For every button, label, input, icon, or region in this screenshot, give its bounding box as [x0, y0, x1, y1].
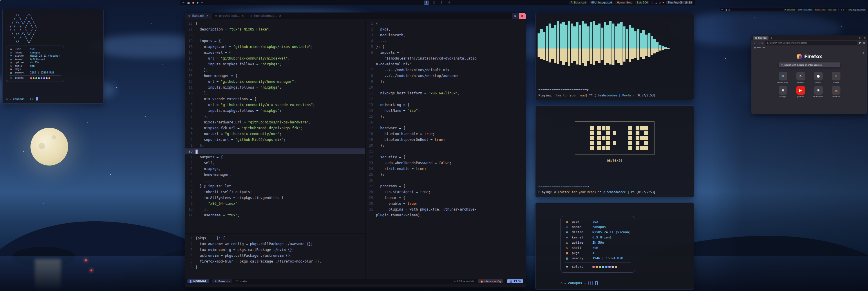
grid-icon[interactable]: ▦ [187, 1, 190, 4]
repo-widget[interactable]: ◉nixos-config [478, 280, 503, 283]
record-icon[interactable]: ⊙ [658, 1, 660, 4]
terminal-visualizer[interactable]: ======================> Playing: ffee fo… [535, 13, 694, 100]
close-icon[interactable]: × [864, 37, 866, 39]
workspace-2[interactable]: 2 [432, 1, 436, 5]
new-tab-button[interactable]: + [770, 37, 773, 39]
editor-tab[interactable]: ❄pkgs/default...× [212, 13, 247, 19]
grid-icon[interactable]: ▦ [725, 9, 727, 11]
extensions-icon[interactable]: ◩ [859, 41, 861, 45]
neovim-window[interactable]: ❄flake.nix×❄pkgs/default...×❄hosts/isoIm… [185, 12, 526, 288]
ascii-art-line: /\ /\ [8, 13, 100, 17]
code-text: hardware = { [376, 125, 405, 131]
code-text: }: { [376, 44, 384, 50]
editor-pane-flake[interactable]: 22{21 description = "tux's NixOS Flake";… [185, 19, 365, 233]
forward-icon[interactable]: → [757, 41, 760, 45]
firefox-icon[interactable]: ◉ [728, 9, 730, 11]
clock-widget[interactable]: Thu Aug 08, 18:18 [666, 1, 693, 4]
status-chip[interactable]: Home: 6ms [814, 9, 827, 11]
status-chip[interactable]: Bat: 100 [828, 9, 837, 11]
viz-column [656, 15, 659, 82]
status-chip[interactable]: Bat: 100 [636, 1, 649, 4]
status-chip[interactable]: P: Balanced [783, 9, 796, 11]
line-number: 16 [366, 119, 376, 125]
shortcut-tile[interactable]: ☁cloudflare [829, 86, 843, 97]
clock-widget[interactable]: Thu Aug 08, 18:18 [848, 9, 866, 11]
status-chip[interactable]: Home: 8ms [615, 1, 633, 4]
code-text: tux-nvim-config = pkgs.callPackage ./nvi… [195, 247, 294, 253]
workspace-1[interactable]: 1 [424, 1, 429, 5]
firefox-window[interactable]: New Tab + –□× ← → ↻ Search with Google o… [751, 35, 867, 114]
info-value: tux [592, 219, 598, 225]
stars-graphic [0, 0, 1, 1]
secondary-top-bar: ≡ ▦◉ P: BalancedGPU: IntegratedHome: 6ms… [720, 8, 867, 11]
tab-close-icon[interactable]: × [242, 14, 244, 18]
firefox-icon[interactable]: ◉ [192, 1, 194, 4]
shortcut-tile[interactable]: ✺chat.openai [811, 86, 825, 97]
shortcut-tile[interactable]: ❄search.nixos [776, 72, 790, 83]
record-icon[interactable]: ⊙ [843, 9, 844, 11]
browser-menu-icon[interactable]: ≡ [863, 41, 865, 45]
chatgpt-icon: ✺ [779, 86, 787, 95]
status-chip[interactable]: GPU: Integrated [589, 1, 613, 4]
shortcut-tile[interactable]: aamazon [794, 72, 808, 83]
viz-column [598, 15, 601, 82]
viz-column [678, 15, 681, 82]
editor-pane-pkgs[interactable]: 1{pkgs, ...}: {2 tux-awesome-wm-config =… [185, 233, 365, 279]
media-icon[interactable]: ♫ [840, 9, 842, 11]
shortcut-tile[interactable]: ✳claude [829, 72, 843, 83]
viz-column [661, 15, 664, 82]
shortcut-tile[interactable]: ✺chatgpt [776, 86, 790, 97]
playing-segment: Playing: [538, 94, 554, 97]
playing-segment: beabadoobee | Powfu [598, 94, 631, 97]
clock-cell [644, 141, 648, 145]
viz-bar-top [637, 29, 640, 49]
window-close-button[interactable]: × [519, 13, 526, 19]
playing-segment: ffee for your head) [554, 94, 589, 97]
bookmark-item[interactable]: New Tab [757, 47, 765, 49]
viz-column [631, 15, 634, 82]
notifications-icon[interactable]: ✦ [845, 9, 847, 11]
editor-tab[interactable]: ❄hosts/isoImag...× [247, 13, 285, 19]
terminal-fetch-left[interactable]: /\ /\ / \ / \ / /\ \/ /\ \ / / \ / \ \ \… [2, 9, 103, 104]
workspace-3[interactable]: 3 [439, 1, 444, 5]
back-icon[interactable]: ← [754, 41, 756, 45]
status-chip[interactable]: P: Balanced [569, 1, 587, 4]
menu-icon[interactable]: ≡ [182, 1, 185, 4]
code-line: 14 hostName = "iso"; [366, 108, 526, 114]
tab-close-icon[interactable]: × [206, 14, 209, 18]
personalize-gear-icon[interactable]: ⚙ [863, 52, 865, 54]
newtab-search-bar[interactable]: Search with Google or enter address [779, 62, 840, 67]
line-number: 7 [366, 67, 376, 73]
maximize-icon[interactable]: □ [859, 37, 861, 39]
night-light-icon[interactable]: ☾ [838, 9, 840, 11]
viz-column [612, 15, 615, 82]
terminal-fetch-right[interactable]: ◉usertux⌂hnamecanopus❄distroNixOS 24.11 … [535, 202, 694, 290]
workspace-4[interactable]: 4 [447, 1, 452, 5]
status-chip[interactable]: GPU: Integrated [797, 9, 813, 11]
terminal-icon[interactable]: ◈ [197, 1, 199, 4]
eye-toggle-button[interactable]: ◉ [512, 13, 519, 19]
line-number: 3 [366, 32, 376, 38]
shortcut-tile[interactable]: ▶youtube [794, 86, 808, 97]
shortcut-tile[interactable]: ●github [811, 72, 825, 83]
code-line: 11 inputs.nixpkgs.follows = "nixpkgs"; [185, 85, 365, 90]
terminal-clock[interactable]: 08/08/24 ======================> Playing… [535, 106, 694, 198]
browser-tab[interactable]: New Tab [753, 36, 769, 40]
notifications-icon[interactable]: ✦ [662, 1, 664, 4]
editor-pane-iso[interactable]: 1{2 pkgs,3 modulesPath,4 ...5}: {6 impor… [366, 19, 526, 279]
line-number: 6 [185, 183, 195, 189]
menu-icon[interactable]: ≡ [721, 8, 723, 11]
clock-cell [590, 146, 594, 150]
tab-close-icon[interactable]: × [279, 14, 281, 18]
clock-cell [602, 136, 606, 140]
address-bar[interactable]: Search with Google or enter address [765, 41, 857, 45]
code-text: url = "github:nix-community/nixos-wsl"; [195, 56, 290, 61]
nix-icon[interactable]: ❄ [201, 1, 204, 4]
viz-column [568, 15, 571, 82]
editor-tab[interactable]: ❄flake.nix× [185, 13, 212, 19]
night-light-icon[interactable]: ☾ [651, 1, 654, 4]
media-icon[interactable]: ♫ [655, 1, 657, 4]
minimize-icon[interactable]: – [856, 37, 857, 39]
refresh-icon[interactable]: ↻ [761, 41, 763, 45]
code-line: 1 }; [185, 143, 365, 148]
